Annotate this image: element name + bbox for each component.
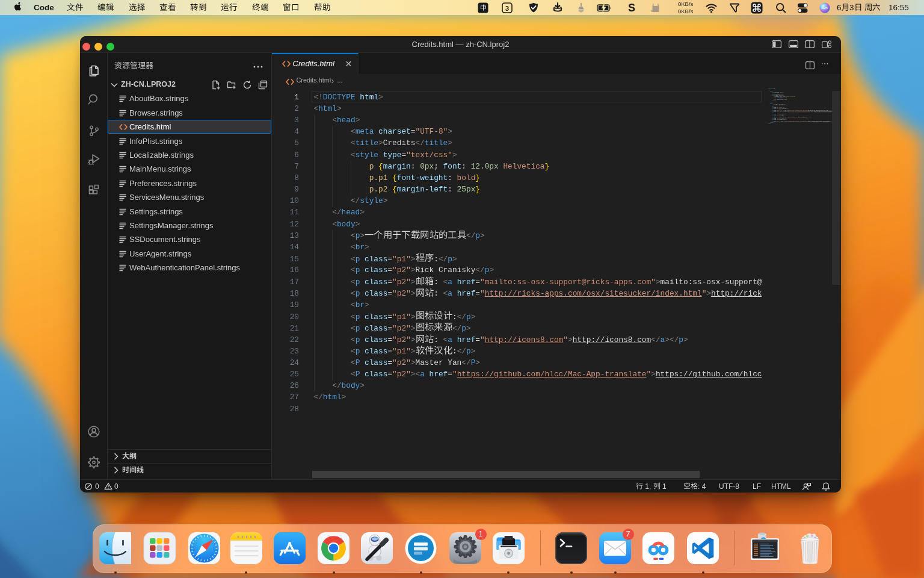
svg-text:3: 3 [505, 4, 509, 11]
svg-text:S: S [628, 2, 635, 14]
